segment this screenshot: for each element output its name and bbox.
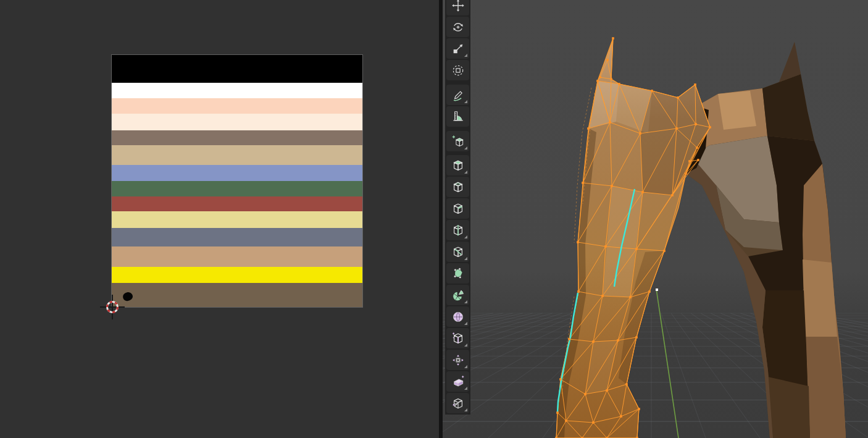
add-cube-icon <box>451 135 465 148</box>
edit-mode-toolbar <box>445 0 470 415</box>
annotate-icon <box>451 88 465 102</box>
transform-icon <box>451 64 465 77</box>
tool-transform-button[interactable] <box>446 60 469 80</box>
palette-stripe <box>112 55 362 83</box>
tool-extrude-region-button[interactable] <box>446 155 469 175</box>
palette-stripe <box>112 130 362 145</box>
palette-texture-image <box>112 55 362 307</box>
palette-stripe <box>112 196 362 211</box>
inset-faces-icon <box>451 180 465 194</box>
uv-image-editor[interactable] <box>0 0 439 438</box>
palette-stripe <box>112 83 362 98</box>
edge-slide-icon <box>451 332 465 345</box>
tool-add-cube-button[interactable] <box>446 131 469 151</box>
rip-region-icon <box>451 397 465 410</box>
palette-stripe <box>112 228 362 246</box>
bevel-icon <box>451 202 465 216</box>
app-window <box>0 0 868 438</box>
tool-shear-button[interactable] <box>446 371 469 392</box>
palette-stripe <box>112 98 362 114</box>
loop-cut-icon <box>451 224 465 237</box>
palette-stripe <box>112 165 362 181</box>
tool-scale-button[interactable] <box>446 38 469 59</box>
tool-poly-build-button[interactable] <box>446 263 469 284</box>
palette-stripe <box>112 283 362 307</box>
tool-measure-button[interactable] <box>446 106 469 127</box>
2d-cursor <box>98 292 127 322</box>
palette-stripe <box>112 181 362 196</box>
spin-icon <box>451 288 465 302</box>
shear-icon <box>451 375 465 389</box>
rotate-icon <box>451 20 465 34</box>
tool-rotate-button[interactable] <box>446 17 469 37</box>
knife-icon <box>451 245 465 259</box>
tool-spin-button[interactable] <box>446 285 469 305</box>
smooth-icon <box>451 310 465 324</box>
tool-shrink-fatten-button[interactable] <box>446 350 469 370</box>
tool-edge-slide-button[interactable] <box>446 328 469 348</box>
tool-loop-cut-button[interactable] <box>446 220 469 240</box>
palette-stripe <box>112 211 362 228</box>
active-vertex[interactable] <box>656 288 658 291</box>
tool-rip-region-button[interactable] <box>446 393 469 413</box>
palette-stripe <box>112 246 362 267</box>
palette-stripe <box>112 145 362 165</box>
tool-bevel-button[interactable] <box>446 198 469 219</box>
palette-stripe <box>112 267 362 283</box>
viewport-canvas <box>443 0 868 438</box>
extrude-region-icon <box>451 159 465 172</box>
measure-icon <box>451 110 465 124</box>
shrink-fatten-icon <box>451 353 465 367</box>
poly-build-icon <box>451 267 465 280</box>
palette-stripe <box>112 114 362 130</box>
scale-icon <box>451 42 465 56</box>
viewport-3d[interactable] <box>443 0 868 438</box>
tool-smooth-button[interactable] <box>446 306 469 327</box>
move-icon <box>451 0 465 12</box>
tool-inset-faces-button[interactable] <box>446 177 469 197</box>
tool-annotate-button[interactable] <box>446 85 469 105</box>
tool-move-button[interactable] <box>446 0 469 15</box>
tool-knife-button[interactable] <box>446 242 469 262</box>
